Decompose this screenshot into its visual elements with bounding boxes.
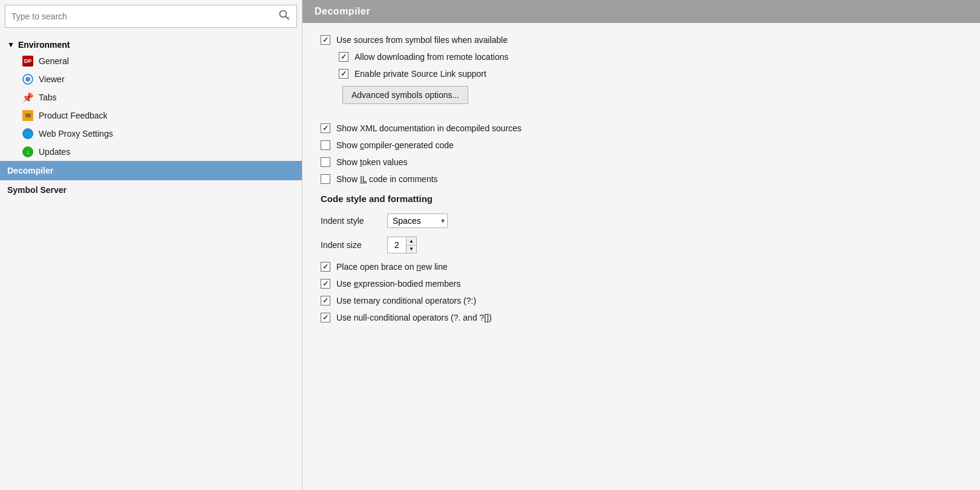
sidebar-item-label: Viewer [39, 74, 65, 84]
label-expression-bodied: Use expression-bodied members [336, 279, 460, 289]
right-panel-header: Decompiler [302, 0, 980, 23]
label-use-sources: Use sources from symbol files when avail… [336, 35, 508, 45]
search-input[interactable] [11, 11, 278, 21]
viewer-icon [22, 73, 34, 85]
option-row-expression-bodied: Use expression-bodied members [321, 279, 962, 289]
option-row-open-brace: Place open brace on new line [321, 262, 962, 272]
label-open-brace: Place open brace on new line [336, 262, 448, 272]
checkbox-show-xml[interactable] [321, 123, 330, 133]
general-icon: DP [22, 55, 34, 67]
advanced-symbols-button[interactable]: Advanced symbols options... [342, 86, 468, 104]
sidebar-item-label: General [39, 56, 69, 66]
indent-style-label: Indent style [321, 216, 381, 226]
svg-rect-2 [287, 16, 290, 19]
option-row-allow-downloading: Allow downloading from remote locations [321, 52, 962, 62]
environment-group-header[interactable]: ▼ Environment [0, 38, 302, 52]
sidebar-item-decompiler[interactable]: Decompiler [0, 161, 302, 180]
option-row-null-conditional: Use null-conditional operators (?. and ?… [321, 313, 962, 322]
indent-style-select-wrap: Spaces Tabs [387, 214, 448, 228]
indent-size-spinner: ▲ ▼ [387, 237, 417, 253]
checkbox-show-compiler[interactable] [321, 140, 330, 150]
option-row-ternary: Use ternary conditional operators (?:) [321, 296, 962, 305]
indent-style-select[interactable]: Spaces Tabs [387, 214, 448, 228]
checkbox-allow-downloading[interactable] [339, 52, 348, 62]
sidebar-item-product-feedback[interactable]: ✉ Product Feedback [0, 106, 302, 125]
proxy-icon: 🌐 [22, 128, 34, 140]
environment-label: Environment [18, 40, 70, 50]
search-icon [278, 9, 290, 24]
sidebar-item-label: Web Proxy Settings [39, 129, 113, 139]
sidebar-item-tabs[interactable]: 📌 Tabs [0, 88, 302, 106]
label-ternary: Use ternary conditional operators (?:) [336, 296, 476, 305]
indent-style-row: Indent style Spaces Tabs [321, 214, 962, 228]
sidebar-item-general[interactable]: DP General [0, 52, 302, 70]
tabs-icon: 📌 [22, 91, 34, 103]
label-allow-downloading: Allow downloading from remote locations [354, 52, 508, 62]
sidebar-item-label: Symbol Server [7, 185, 67, 195]
tree-section: ▼ Environment DP General Viewer 📌 Tabs [0, 33, 302, 204]
label-show-il: Show IL code in comments [336, 174, 438, 184]
option-row-show-compiler: Show compiler-generated code [321, 140, 962, 150]
checkbox-ternary[interactable] [321, 296, 330, 305]
checkbox-expression-bodied[interactable] [321, 279, 330, 289]
label-null-conditional: Use null-conditional operators (?. and ?… [336, 313, 492, 322]
sidebar-item-symbol-server[interactable]: Symbol Server [0, 180, 302, 200]
option-row-show-il: Show IL code in comments [321, 174, 962, 184]
sidebar-item-updates[interactable]: ↓ Updates [0, 143, 302, 161]
checkbox-open-brace[interactable] [321, 262, 330, 272]
updates-icon: ↓ [22, 146, 34, 158]
checkbox-use-sources[interactable] [321, 35, 330, 45]
sidebar-item-label: Tabs [39, 93, 57, 102]
label-show-compiler: Show compiler-generated code [336, 140, 454, 150]
option-row-use-sources: Use sources from symbol files when avail… [321, 35, 962, 45]
option-row-show-token: Show token values [321, 157, 962, 167]
spinner-buttons: ▲ ▼ [406, 237, 416, 253]
label-show-xml: Show XML documentation in decompiled sou… [336, 123, 521, 133]
checkbox-enable-private[interactable] [339, 69, 348, 79]
label-show-token: Show token values [336, 157, 408, 167]
sidebar-item-label: Updates [39, 147, 70, 157]
indent-size-row: Indent size ▲ ▼ [321, 237, 962, 253]
sidebar-item-label: Product Feedback [39, 111, 108, 120]
feedback-icon: ✉ [22, 109, 34, 122]
spinner-up-button[interactable]: ▲ [407, 237, 416, 245]
left-panel: ▼ Environment DP General Viewer 📌 Tabs [0, 0, 302, 490]
spinner-down-button[interactable]: ▼ [407, 245, 416, 253]
checkbox-show-il[interactable] [321, 174, 330, 184]
environment-arrow: ▼ [7, 41, 15, 49]
checkbox-show-token[interactable] [321, 157, 330, 167]
sidebar-item-viewer[interactable]: Viewer [0, 70, 302, 88]
checkbox-null-conditional[interactable] [321, 313, 330, 322]
section-title-code-style: Code style and formatting [321, 194, 962, 204]
svg-point-0 [280, 11, 287, 18]
indent-size-input[interactable] [388, 238, 406, 252]
sidebar-item-web-proxy[interactable]: 🌐 Web Proxy Settings [0, 125, 302, 143]
right-panel: Decompiler Use sources from symbol files… [302, 0, 980, 490]
right-content: Use sources from symbol files when avail… [302, 23, 980, 342]
label-enable-private: Enable private Source Link support [354, 69, 486, 79]
panel-title: Decompiler [315, 6, 370, 16]
sidebar-item-label: Decompiler [7, 166, 53, 175]
search-box [5, 5, 297, 28]
option-row-show-xml: Show XML documentation in decompiled sou… [321, 123, 962, 133]
option-row-enable-private: Enable private Source Link support [321, 69, 962, 79]
indent-size-label: Indent size [321, 240, 381, 250]
